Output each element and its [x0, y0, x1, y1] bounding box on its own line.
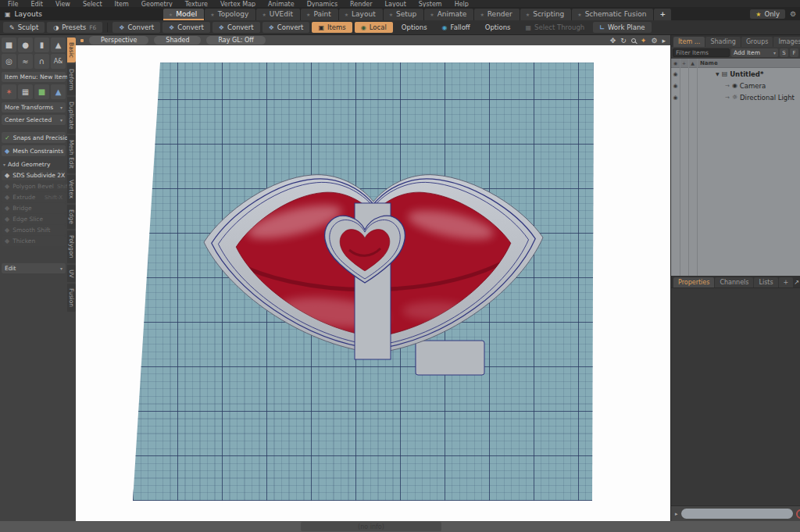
menu-animate[interactable]: Animate: [262, 0, 301, 7]
command-input[interactable]: [681, 509, 793, 519]
cone-primitive-button[interactable]: ▲: [51, 37, 66, 52]
text-tool-button[interactable]: A&: [51, 54, 66, 69]
command-history-icon[interactable]: [796, 509, 800, 519]
expander-icon[interactable]: ▼: [716, 71, 720, 77]
menu-system[interactable]: System: [412, 0, 448, 7]
tab-channels[interactable]: Channels: [715, 277, 753, 287]
link-icon[interactable]: ✦: [641, 37, 647, 45]
sphere-primitive-button[interactable]: ●: [18, 37, 33, 52]
menu-texture[interactable]: Texture: [179, 0, 214, 7]
vtab-edge[interactable]: Edge: [67, 205, 76, 229]
edit-dropdown[interactable]: Edit ▾: [2, 263, 66, 273]
viewport[interactable]: Perspective Shaded Ray GL: Off ✥ ↻ ✦ ⚙ ▸: [76, 35, 670, 521]
falloff-button[interactable]: ◉ Falloff: [436, 22, 477, 33]
tab-animate[interactable]: ★ Animate: [424, 9, 473, 20]
menu-file[interactable]: File: [2, 0, 24, 7]
options-button-2[interactable]: Options: [479, 22, 517, 33]
eye-icon[interactable]: ◉: [671, 95, 680, 101]
more-transforms-dropdown[interactable]: More Transforms ▾: [2, 102, 66, 112]
item-menu-dropdown[interactable]: Item Menu: New Item ▾: [2, 72, 66, 82]
eye-icon[interactable]: ◉: [671, 71, 680, 77]
menu-select[interactable]: Select: [77, 0, 109, 7]
shaded-tab[interactable]: Shaded: [154, 36, 201, 45]
convert-button-4[interactable]: ❖ Convert: [262, 22, 310, 33]
viewport-canvas[interactable]: [76, 45, 670, 521]
viewport-expand-icon[interactable]: ▸: [662, 37, 666, 45]
menu-view[interactable]: View: [49, 0, 77, 7]
vtab-basic[interactable]: Basic: [67, 37, 76, 62]
cylinder-primitive-button[interactable]: ▮: [34, 37, 49, 52]
items-mode-button[interactable]: ▣ Items: [312, 22, 352, 33]
menu-layout[interactable]: Layout: [379, 0, 412, 7]
menu-geometry[interactable]: Geometry: [135, 0, 179, 7]
tab-setup[interactable]: ★ Setup: [384, 9, 424, 20]
vtab-duplicate[interactable]: Duplicate: [67, 97, 76, 134]
tab-layout[interactable]: ★ Layout: [339, 9, 383, 20]
sculpt-button[interactable]: ✎ Sculpt: [3, 22, 45, 33]
vtab-fusion[interactable]: Fusion: [67, 284, 76, 312]
options-button-1[interactable]: Options: [395, 22, 434, 33]
convert-button-2[interactable]: ❖ Convert: [162, 22, 210, 33]
tab-paint[interactable]: ★ Paint: [301, 9, 338, 20]
filter-button[interactable]: F: [790, 48, 798, 57]
tab-add-bottom[interactable]: +: [779, 277, 794, 287]
spring-primitive-button[interactable]: ≈: [18, 54, 33, 69]
rotate-icon[interactable]: ↻: [620, 37, 627, 45]
pan-icon[interactable]: ✥: [610, 37, 616, 45]
select-through-button[interactable]: ▦ Select Through: [520, 22, 591, 33]
scopes-button[interactable]: S: [780, 48, 788, 57]
filter-items-input[interactable]: [673, 48, 730, 57]
gear-icon[interactable]: ⚙: [790, 10, 796, 18]
convert-button-3[interactable]: ❖ Convert: [212, 22, 260, 33]
smooth-shift-button[interactable]: ◆ Smooth Shift: [2, 225, 66, 235]
add-geometry-section[interactable]: ▾ Add Geometry: [2, 159, 66, 170]
vtab-uv[interactable]: UV: [67, 265, 76, 283]
convert-button-1[interactable]: ❖ Convert: [112, 22, 160, 33]
sds-subdivide-button[interactable]: ◆ SDS Subdivide 2X: [2, 170, 66, 180]
menu-item[interactable]: Item: [109, 0, 135, 7]
item-list[interactable]: ◉ + ▲ Name ◉ ▼ ▤ Untitled* ◉: [671, 59, 800, 276]
edge-slice-button[interactable]: ◆ Edge Slice: [2, 214, 66, 224]
polygon-bevel-button[interactable]: ◆ Polygon Bevel Shift-B: [2, 181, 66, 191]
menu-render[interactable]: Render: [344, 0, 378, 7]
vtab-vertex[interactable]: Vertex: [67, 175, 76, 203]
zoom-icon[interactable]: [631, 38, 636, 43]
raygl-tab[interactable]: Ray GL: Off: [206, 36, 265, 45]
tab-scripting[interactable]: ★ Scripting: [520, 9, 571, 20]
menu-dynamics[interactable]: Dynamics: [301, 0, 344, 7]
item-row-camera[interactable]: ◉ → ◉ Camera: [671, 80, 800, 91]
vtab-mesh-edit[interactable]: Mesh Edit: [67, 135, 76, 173]
viewport-gear-icon[interactable]: ⚙: [651, 37, 657, 45]
tab-properties[interactable]: Properties: [673, 277, 714, 287]
snaps-precision-button[interactable]: ✓ Snaps and Precision: [2, 132, 66, 143]
torus-primitive-button[interactable]: ◎: [2, 54, 16, 69]
bridge-button[interactable]: ◆ Bridge: [2, 203, 66, 213]
mesh-constraints-button[interactable]: ◆ Mesh Constraints: [2, 145, 66, 156]
vtab-polygon[interactable]: Polygon: [67, 230, 76, 262]
perspective-tab[interactable]: Perspective: [89, 36, 148, 45]
tab-lists[interactable]: Lists: [754, 277, 777, 287]
tab-item-list[interactable]: Item ...: [673, 37, 705, 47]
layouts-menu[interactable]: ▣ Layouts: [0, 10, 50, 20]
item-row-directional-light[interactable]: ◉ → ☼ Directional Light: [671, 91, 800, 103]
tab-model[interactable]: ★ Model: [163, 9, 204, 20]
center-selected-dropdown[interactable]: Center Selected ▾: [2, 115, 66, 125]
tab-images[interactable]: Images: [773, 37, 800, 47]
add-tab-button[interactable]: +: [654, 9, 671, 20]
thicken-button[interactable]: ◆ Thicken: [2, 236, 66, 246]
tab-groups[interactable]: Groups: [741, 37, 773, 47]
cube-primitive-button[interactable]: ■: [2, 37, 16, 52]
eye-icon[interactable]: ◉: [671, 83, 680, 89]
mesh-grid-tool-button[interactable]: ▦: [18, 84, 33, 99]
pyramid-mesh-tool-button[interactable]: ▲: [51, 84, 66, 99]
tab-uvedit[interactable]: ★ UVEdit: [256, 9, 300, 20]
curve-tool-button[interactable]: ∩: [34, 54, 49, 69]
work-plane-button[interactable]: ∟ Work Plane: [593, 22, 651, 33]
only-button[interactable]: ★ Only: [750, 9, 785, 19]
tab-shading[interactable]: Shading: [705, 37, 741, 47]
instance-cube-tool-button[interactable]: ■: [34, 84, 49, 99]
item-row-untitled[interactable]: ◉ ▼ ▤ Untitled*: [671, 68, 800, 80]
tab-render[interactable]: ★ Render: [474, 9, 519, 20]
presets-button[interactable]: ◑ Presets F6: [47, 22, 102, 33]
add-item-dropdown[interactable]: Add Item ▾: [731, 48, 778, 57]
